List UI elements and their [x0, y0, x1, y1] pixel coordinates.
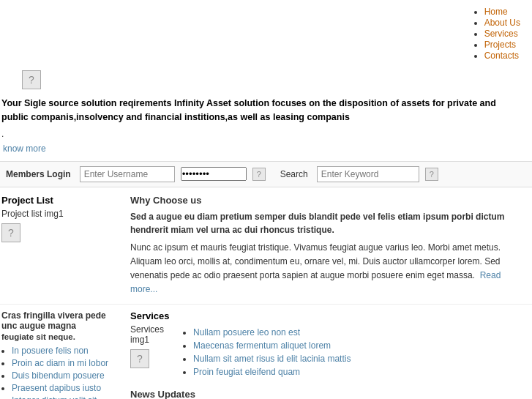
password-input[interactable]: [181, 167, 247, 181]
services-list-area: Nullam posuere leo non est Maecenas ferm…: [183, 324, 531, 380]
search-label: Search: [280, 169, 308, 179]
nav-link-home[interactable]: Home: [484, 7, 508, 17]
why-choose-body: Nunc ac ipsum et mauris feugiat tristiqu…: [130, 241, 531, 297]
feugiate-subtitle: feugiate sit neque.: [1, 332, 119, 341]
cras-link-0[interactable]: In posuere felis non: [12, 346, 89, 356]
nav-area: Home About Us Services Projects Contacts: [0, 0, 532, 64]
cras-title: Cras fringilla vivera pede unc augue mag…: [1, 310, 119, 331]
project-list-title: Project List: [1, 195, 119, 206]
service-link-2[interactable]: Nullam sit amet risus id elit lacinia ma…: [193, 354, 351, 364]
login-label: Members Login: [6, 169, 71, 179]
services-section: Services Services img1 ? Nullam posuere …: [130, 310, 531, 380]
nav-list: Home About Us Services Projects Contacts: [471, 6, 520, 61]
services-title: Services: [130, 310, 531, 321]
cras-link-4[interactable]: Integer dictum velit sit: [12, 395, 97, 399]
left-sidebar: Project List Project list img1 ?: [1, 195, 126, 297]
list-item[interactable]: Nullam sit amet risus id elit lacinia ma…: [193, 354, 531, 364]
nav-item-contacts[interactable]: Contacts: [484, 51, 520, 61]
nav-item-services[interactable]: Services: [484, 29, 520, 39]
services-image: ?: [130, 349, 149, 368]
hero-description: Your Sigle source solution reqirements I…: [1, 98, 496, 122]
cras-link-list: In posuere felis non Proin ac diam in mi…: [1, 346, 119, 399]
know-more-link[interactable]: know more: [1, 142, 531, 160]
why-choose-body-text: Nunc ac ipsum et mauris feugiat tristiqu…: [130, 242, 501, 280]
list-item[interactable]: In posuere felis non: [12, 346, 119, 356]
list-item[interactable]: Integer dictum velit sit: [12, 395, 119, 399]
service-link-1[interactable]: Maecenas fermentum aliquet lorem: [193, 340, 331, 351]
list-item[interactable]: Proin feugiat eleifend quam: [193, 367, 531, 377]
project-list-subtitle: Project list img1: [1, 209, 119, 219]
search-help-icon[interactable]: ?: [425, 168, 438, 181]
nav-link-contacts[interactable]: Contacts: [484, 51, 519, 61]
bottom-section: Cras fringilla vivera pede unc augue mag…: [0, 304, 532, 399]
cras-link-3[interactable]: Praesent dapibus iusto: [12, 383, 101, 393]
nav-item-about[interactable]: About Us: [484, 18, 520, 28]
main-content: Project List Project list img1 ? Why Cho…: [0, 187, 532, 305]
list-item[interactable]: Nullam posuere leo non est: [193, 327, 531, 338]
logo-image: ?: [22, 70, 41, 89]
services-link-list: Nullam posuere leo non est Maecenas ferm…: [183, 327, 531, 377]
service-link-3[interactable]: Proin feugiat eleifend quam: [193, 367, 300, 377]
list-item[interactable]: Proin ac diam in mi lobor: [12, 358, 119, 368]
search-input[interactable]: [317, 166, 419, 182]
right-main: Why Choose us Sed a augue eu diam pretiu…: [126, 195, 531, 297]
login-help-icon[interactable]: ?: [252, 168, 266, 181]
bottom-left: Cras fringilla vivera pede unc augue mag…: [1, 310, 126, 399]
nav-link-about[interactable]: About Us: [484, 18, 520, 28]
cras-link-2[interactable]: Duis bibendum posuere: [12, 370, 105, 381]
news-title: News Updates: [130, 389, 531, 399]
login-search-bar: Members Login ? Search ?: [0, 161, 532, 187]
list-item[interactable]: Maecenas fermentum aliquet lorem: [193, 340, 531, 351]
username-input[interactable]: [80, 166, 175, 182]
dot-separator: .: [0, 127, 532, 141]
hero-text: Your Sigle source solution reqirements I…: [0, 92, 532, 127]
list-item[interactable]: Duis bibendum posuere: [12, 370, 119, 381]
service-link-0[interactable]: Nullam posuere leo non est: [193, 327, 300, 338]
why-choose-bold: Sed a augue eu diam pretium semper duis …: [130, 210, 531, 236]
services-img-area: Services img1 ?: [130, 324, 174, 368]
services-img-label: Services img1: [130, 324, 174, 345]
logo-area: ?: [0, 64, 532, 92]
bottom-right: Services Services img1 ? Nullam posuere …: [126, 310, 531, 399]
nav-item-home[interactable]: Home: [484, 7, 520, 17]
why-choose-title: Why Choose us: [130, 195, 531, 206]
project-list-image: ?: [1, 223, 20, 242]
nav-item-projects[interactable]: Projects: [484, 40, 520, 50]
services-layout: Services img1 ? Nullam posuere leo non e…: [130, 324, 531, 380]
nav-link-projects[interactable]: Projects: [484, 40, 516, 50]
list-item[interactable]: Praesent dapibus iusto: [12, 383, 119, 393]
nav-link-services[interactable]: Services: [484, 29, 518, 39]
cras-link-1[interactable]: Proin ac diam in mi lobor: [12, 358, 108, 368]
